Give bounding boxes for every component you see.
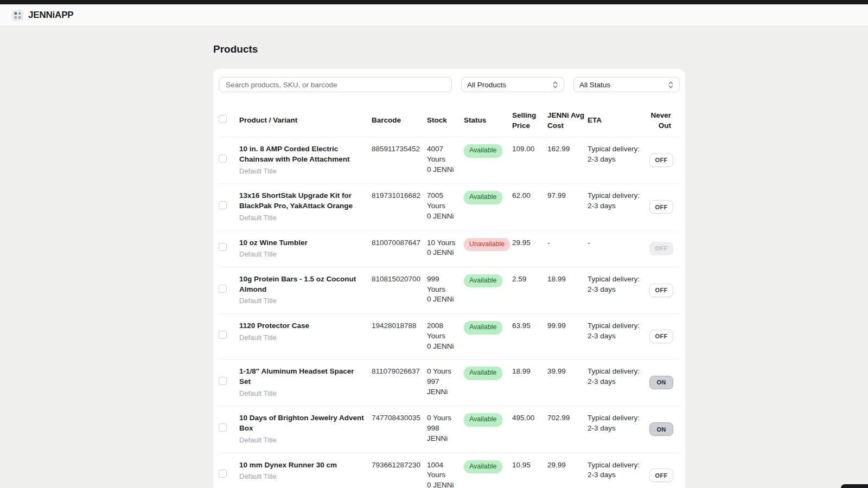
- chevron-updown-icon: [552, 81, 558, 89]
- barcode-value: 819731016682: [372, 191, 427, 201]
- table-row: 10 in. 8 AMP Corded Electric Chainsaw wi…: [219, 137, 680, 183]
- product-variant: Default Title: [239, 296, 364, 306]
- stock-jenni: 998 JENNi: [427, 423, 459, 444]
- barcode-value: 793661287230: [372, 460, 427, 471]
- table-body: 10 in. 8 AMP Corded Electric Chainsaw wi…: [219, 137, 680, 488]
- status-cell: Available: [464, 460, 512, 473]
- never-out-cell: OFF: [649, 242, 680, 255]
- jenni-avg-cost-value: 18.99: [547, 274, 588, 285]
- row-checkbox[interactable]: [219, 331, 227, 339]
- jenni-avg-cost-value: 97.99: [547, 191, 588, 201]
- product-cell: 1-1/8″ Aluminum Headset Spacer Set Defau…: [239, 367, 372, 398]
- never-out-toggle[interactable]: ON: [649, 422, 673, 436]
- selling-price-value: 10.95: [512, 460, 547, 471]
- stock-yours: 7005 Yours: [427, 191, 459, 211]
- product-name: 10 Days of Brighton Jewelry Advent Box: [239, 413, 364, 433]
- stock-jenni: 0 JENNi: [427, 211, 459, 222]
- status-badge: Unavailable: [464, 238, 510, 251]
- eta-value: Typical delivery: 2-3 days: [588, 367, 649, 387]
- never-out-cell: OFF: [649, 330, 680, 343]
- select-all-checkbox[interactable]: [219, 115, 227, 123]
- product-cell: 10 mm Dynex Runner 30 cm Default Title: [239, 460, 372, 482]
- never-out-toggle[interactable]: OFF: [649, 242, 673, 255]
- barcode-value: 811079026637: [372, 367, 427, 377]
- product-variant: Default Title: [239, 333, 364, 343]
- status-badge: Available: [464, 191, 502, 204]
- never-out-toggle[interactable]: OFF: [649, 153, 673, 167]
- status-badge: Available: [464, 367, 502, 380]
- eta-value: Typical delivery: 2-3 days: [588, 413, 649, 433]
- products-filter-value: All Products: [467, 81, 506, 89]
- stock-cell: 10 Yours 0 JENNi: [427, 238, 464, 258]
- never-out-cell: OFF: [649, 200, 680, 214]
- header-selling-price: Selling Price: [512, 105, 547, 137]
- stock-yours: 999 Yours: [427, 274, 459, 294]
- never-out-toggle[interactable]: ON: [649, 376, 673, 389]
- never-out-toggle[interactable]: OFF: [649, 330, 673, 343]
- selling-price-value: 2.59: [512, 274, 547, 285]
- jenni-avg-cost-value: 99.99: [547, 321, 588, 331]
- status-cell: Available: [464, 191, 512, 204]
- never-out-toggle[interactable]: OFF: [649, 200, 673, 214]
- app-title: JENNiAPP: [28, 10, 73, 21]
- products-filter-select[interactable]: All Products: [461, 77, 564, 92]
- product-cell: 10 oz Wine Tumbler Default Title: [239, 238, 372, 260]
- jenni-avg-cost-value: 29.99: [547, 460, 588, 471]
- header-status: Status: [464, 110, 512, 132]
- row-checkbox[interactable]: [219, 423, 227, 432]
- never-out-cell: OFF: [649, 153, 680, 167]
- never-out-cell: OFF: [649, 284, 680, 297]
- product-cell: 10 in. 8 AMP Corded Electric Chainsaw wi…: [239, 144, 372, 176]
- product-name: 13x16 ShortStak Upgrade Kit for BlackPak…: [239, 191, 364, 211]
- table-row: 10g Protein Bars - 1.5 oz Coconut Almond…: [219, 267, 680, 313]
- table-row: 10 oz Wine Tumbler Default Title 8100700…: [219, 230, 680, 267]
- product-variant: Default Title: [239, 472, 364, 481]
- barcode-value: 810815020700: [372, 274, 427, 285]
- jenni-avg-cost-value: 39.99: [547, 367, 588, 377]
- row-checkbox[interactable]: [219, 377, 227, 385]
- eta-value: Typical delivery: 2-3 days: [588, 191, 649, 211]
- product-cell: 10 Days of Brighton Jewelry Advent Box D…: [239, 413, 372, 445]
- status-filter-select[interactable]: All Status: [573, 77, 680, 92]
- filter-row: All Products All Status: [219, 77, 680, 92]
- product-name: 1-1/8″ Aluminum Headset Spacer Set: [239, 367, 364, 387]
- status-badge: Available: [464, 274, 502, 287]
- table-row: 1-1/8″ Aluminum Headset Spacer Set Defau…: [219, 359, 680, 406]
- table-row: 1120 Protector Case Default Title 194280…: [219, 313, 680, 359]
- never-out-toggle[interactable]: OFF: [649, 468, 673, 482]
- header-product-variant: Product / Variant: [239, 110, 372, 132]
- status-cell: Available: [464, 367, 512, 380]
- stock-jenni: 0 JENNi: [427, 480, 459, 488]
- row-checkbox[interactable]: [219, 243, 227, 251]
- stock-jenni: 0 JENNi: [427, 248, 459, 258]
- stock-jenni: 997 JENNi: [427, 377, 459, 397]
- header-stock: Stock: [427, 110, 464, 132]
- row-checkbox[interactable]: [219, 285, 227, 293]
- never-out-cell: ON: [649, 376, 680, 389]
- app-logo-icon: [12, 10, 23, 21]
- stock-yours: 0 Yours: [427, 367, 459, 377]
- header-jenni-avg-cost: JENNi Avg Cost: [547, 105, 588, 137]
- eta-value: Typical delivery: 2-3 days: [588, 460, 649, 480]
- status-badge: Available: [464, 144, 502, 157]
- selling-price-value: 495.00: [512, 413, 547, 423]
- status-badge: Available: [464, 321, 502, 334]
- row-checkbox[interactable]: [219, 470, 227, 478]
- row-checkbox[interactable]: [219, 201, 227, 209]
- product-name: 1120 Protector Case: [239, 321, 364, 331]
- stock-jenni: 0 JENNi: [427, 165, 459, 175]
- stock-yours: 2008 Yours: [427, 321, 459, 341]
- header-eta: ETA: [588, 110, 649, 132]
- row-checkbox[interactable]: [219, 155, 227, 163]
- window-top-strip: [0, 0, 868, 4]
- search-input[interactable]: [219, 77, 452, 92]
- table-row: 13x16 ShortStak Upgrade Kit for BlackPak…: [219, 183, 680, 230]
- stock-cell: 7005 Yours 0 JENNi: [427, 191, 464, 221]
- selling-price-value: 109.00: [512, 144, 547, 155]
- barcode-value: 747708430035: [372, 413, 427, 423]
- app-header: JENNiAPP: [0, 4, 868, 27]
- barcode-value: 885911735452: [372, 144, 427, 155]
- never-out-toggle[interactable]: OFF: [649, 284, 673, 297]
- stock-jenni: 0 JENNi: [427, 342, 459, 352]
- stock-jenni: 0 JENNi: [427, 294, 459, 305]
